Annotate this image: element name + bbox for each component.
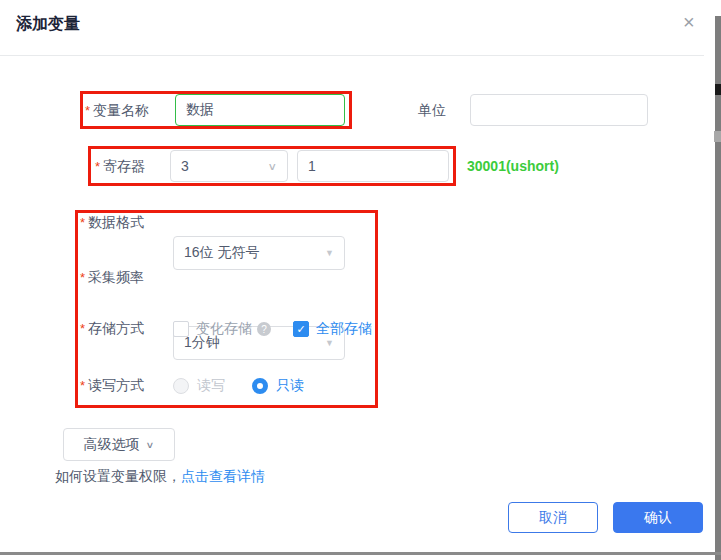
caret-down-icon: ▼ (325, 338, 334, 348)
required-mark: * (80, 321, 85, 336)
data-format-label: *数据格式 (80, 206, 144, 239)
storage-options: 变化存储 ? ✓ 全部存储 (173, 320, 372, 338)
cancel-button[interactable]: 取消 (508, 502, 598, 533)
data-format-value: 16位 无符号 (184, 244, 259, 262)
storage-label: *存储方式 (80, 312, 144, 345)
required-mark: * (80, 215, 85, 230)
chevron-down-icon: ∨ (267, 160, 277, 172)
variable-name-input[interactable] (175, 94, 345, 126)
read-only-radio[interactable] (252, 378, 268, 394)
frequency-label: *采集频率 (80, 261, 144, 294)
required-mark: * (95, 159, 100, 174)
required-mark: * (85, 103, 90, 118)
all-storage-checkbox[interactable]: ✓ (293, 321, 309, 337)
all-storage-label[interactable]: 全部存储 (316, 320, 372, 338)
advanced-options-label: 高级选项 (84, 436, 140, 454)
read-only-option-label[interactable]: 只读 (276, 377, 304, 395)
caret-down-icon: ▼ (325, 248, 334, 258)
window-bottom-edge (0, 552, 721, 555)
register-label: *寄存器 (95, 150, 145, 183)
check-icon: ✓ (296, 323, 305, 336)
variable-name-label: *变量名称 (85, 94, 149, 127)
data-format-select[interactable]: 16位 无符号 ▼ (173, 236, 345, 270)
read-write-options: 读写 只读 (173, 377, 304, 395)
read-write-label: *读写方式 (80, 369, 144, 402)
unit-label: 单位 (418, 94, 446, 126)
unit-input[interactable] (470, 94, 648, 126)
close-icon[interactable]: × (683, 12, 695, 32)
dialog-title: 添加变量 (16, 14, 80, 35)
change-storage-checkbox[interactable] (173, 321, 189, 337)
change-storage-label[interactable]: 变化存储 (196, 320, 252, 338)
read-write-radio[interactable] (173, 378, 189, 394)
add-variable-dialog: 添加变量 × *变量名称 单位 *寄存器 3 ∨ 30001(ushort) *… (0, 0, 721, 560)
read-write-option-label: 读写 (197, 377, 225, 395)
scrollbar-mark (715, 84, 721, 95)
required-mark: * (80, 378, 85, 393)
help-text: 如何设置变量权限，点击查看详情 (55, 468, 265, 486)
header-divider (0, 55, 704, 56)
scrollbar-mark (714, 131, 721, 142)
register-address-input[interactable] (297, 150, 449, 182)
help-link[interactable]: 点击查看详情 (181, 468, 265, 484)
register-hint: 30001(ushort) (467, 150, 559, 182)
advanced-options-button[interactable]: 高级选项 ∨ (63, 428, 175, 461)
register-type-value: 3 (181, 158, 189, 174)
chevron-down-icon: ∨ (146, 439, 155, 450)
required-mark: * (80, 270, 85, 285)
confirm-button[interactable]: 确认 (613, 502, 703, 533)
register-type-select[interactable]: 3 ∨ (170, 150, 288, 182)
window-right-edge (715, 16, 721, 560)
help-icon[interactable]: ? (257, 322, 271, 336)
